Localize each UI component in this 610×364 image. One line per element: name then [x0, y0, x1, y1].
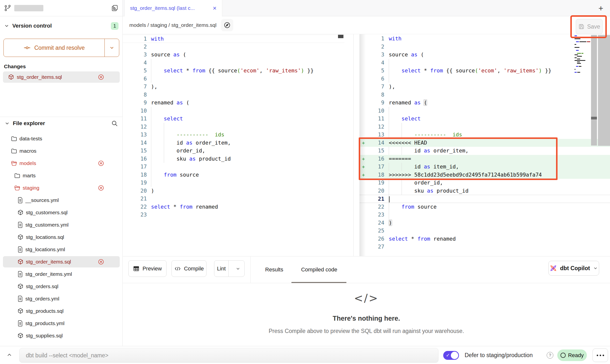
code-line-16[interactable]: 16 sku as product_id — [123, 155, 344, 163]
file-row-__sources.yml[interactable]: __sources.yml — [3, 195, 120, 206]
code-line-17[interactable]: +17 id as item_id, — [359, 163, 610, 171]
code-line-14[interactable]: 14 id as order_item, — [123, 139, 344, 147]
code-line-1[interactable]: 1with — [359, 35, 610, 43]
code-line-8[interactable]: 8 — [123, 91, 344, 99]
code-line-12[interactable]: 12 — [123, 123, 344, 131]
code-line-25[interactable]: 25 — [359, 227, 610, 235]
code-line-16[interactable]: +16======= — [359, 155, 610, 163]
file-row-stg_order_items.yml[interactable]: stg_order_items.yml — [3, 268, 120, 280]
code-line-6[interactable]: 6 — [123, 75, 344, 83]
code-line-13[interactable]: 13 ---------- ids — [359, 131, 610, 139]
code-line-22[interactable]: 22 from source — [359, 203, 610, 211]
discard-change-icon[interactable] — [98, 74, 104, 80]
code-line-15[interactable]: 15 id as order_item, — [359, 147, 610, 155]
file-row-stg_order_items.sql[interactable]: stg_order_items.sql — [3, 256, 120, 267]
file-row-stg_customers.sql[interactable]: stg_customers.sql — [3, 207, 120, 218]
code-line-7[interactable]: 7), — [359, 83, 610, 91]
code-line-18[interactable]: +18>>>>>>> 58c1dd23d5eebd9cd2495fa7124ab… — [359, 171, 610, 179]
file-explorer-header[interactable]: File explorer — [0, 117, 122, 130]
editor-scrollbar-thumb[interactable] — [591, 117, 597, 119]
tab-compiled-code[interactable]: Compiled code — [293, 256, 346, 283]
collapse-chevron-icon[interactable] — [6, 352, 13, 358]
minimap[interactable] — [574, 35, 591, 89]
code-line-10[interactable]: 10 — [359, 107, 610, 115]
discard-change-icon[interactable] — [98, 259, 104, 265]
code-line-21[interactable]: 21 — [123, 195, 344, 203]
tab-results[interactable]: Results — [263, 256, 285, 283]
more-options-button[interactable] — [593, 348, 608, 362]
editor-pane-right[interactable]: 1with23source as (45 select * from {{ so… — [359, 34, 610, 256]
code-line-17[interactable]: 17 — [123, 163, 344, 171]
code-line-4[interactable]: 4 — [123, 59, 344, 67]
file-row-models[interactable]: models — [3, 158, 120, 169]
code-line-21[interactable]: 21 — [359, 195, 610, 203]
code-line-26[interactable]: 26select * from renamed — [359, 235, 610, 243]
code-line-3[interactable]: 3source as ( — [359, 51, 610, 59]
file-row-stg_products.sql[interactable]: stg_products.sql — [3, 305, 120, 317]
file-row-stg_locations.sql[interactable]: stg_locations.sql — [3, 232, 120, 243]
code-line-9[interactable]: 9renamed as ( — [359, 99, 610, 107]
lint-label[interactable]: Lint — [214, 261, 229, 277]
code-line-6[interactable]: 6 — [359, 75, 610, 83]
code-line-11[interactable]: 11 select — [123, 115, 344, 123]
search-icon[interactable] — [111, 120, 118, 127]
copy-icon[interactable] — [111, 4, 119, 12]
tab-stg-order-items[interactable]: stg_order_items.sql (last c... × — [124, 0, 222, 16]
file-row-stg_orders.sql[interactable]: stg_orders.sql — [3, 281, 120, 292]
code-line-8[interactable]: 8 — [359, 91, 610, 99]
commit-options-caret[interactable] — [105, 39, 119, 57]
code-line-1[interactable]: 1with — [123, 35, 344, 43]
code-line-5[interactable]: 5 select * from {{ source('ecom', 'raw_i… — [123, 67, 344, 75]
save-button[interactable]: Save — [576, 19, 603, 34]
ready-status-badge[interactable]: Ready — [557, 349, 587, 361]
code-line-5[interactable]: 5 select * from {{ source('ecom', 'raw_i… — [359, 67, 610, 75]
command-input[interactable] — [19, 348, 439, 363]
code-line-19[interactable]: 19 order_id, — [359, 179, 610, 187]
changed-file-row[interactable]: stg_order_items.sql — [3, 71, 120, 83]
code-line-12[interactable]: 12 — [359, 123, 610, 131]
code-line-13[interactable]: 13 ---------- ids — [123, 131, 344, 139]
file-row-marts[interactable]: marts — [3, 170, 120, 181]
file-row-staging[interactable]: staging — [3, 182, 120, 194]
code-line-24[interactable]: 24) — [359, 219, 610, 227]
file-row-stg_products.yml[interactable]: stg_products.yml — [3, 318, 120, 329]
pane-divider[interactable] — [353, 34, 354, 256]
file-row-data-tests[interactable]: data-tests — [3, 133, 120, 144]
lint-button[interactable]: Lint — [214, 260, 245, 277]
code-line-20[interactable]: 20) — [123, 187, 344, 195]
commit-and-resolve-main[interactable]: Commit and resolve — [4, 39, 105, 57]
discard-change-icon[interactable] — [98, 160, 104, 166]
code-line-18[interactable]: 18 from source — [123, 171, 344, 179]
code-line-2[interactable]: 2 — [123, 43, 344, 51]
file-row-stg_orders.yml[interactable]: stg_orders.yml — [3, 293, 120, 304]
code-line-9[interactable]: 9renamed as ( — [123, 99, 344, 107]
code-line-15[interactable]: 15 order_id, — [123, 147, 344, 155]
dbt-copilot-button[interactable]: dbt Copilot — [548, 261, 599, 276]
commit-and-resolve-button[interactable]: Commit and resolve — [3, 39, 119, 57]
discard-change-icon[interactable] — [98, 185, 104, 191]
defer-toggle[interactable]: ✓ — [443, 351, 459, 360]
code-line-19[interactable]: 19 — [123, 179, 344, 187]
code-line-23[interactable]: 23 — [123, 211, 344, 219]
code-line-2[interactable]: 2 — [359, 43, 610, 51]
file-row-macros[interactable]: macros — [3, 145, 120, 157]
new-tab-button[interactable]: + — [596, 3, 606, 13]
code-line-4[interactable]: 4 — [359, 59, 610, 67]
code-line-23[interactable]: 23 — [359, 211, 610, 219]
file-row-stg_customers.yml[interactable]: stg_customers.yml — [3, 219, 120, 231]
code-line-27[interactable]: 27 — [359, 243, 610, 251]
file-row-stg_locations.yml[interactable]: stg_locations.yml — [3, 244, 120, 255]
close-icon[interactable]: × — [213, 5, 217, 11]
code-line-20[interactable]: 20 sku as product_id — [359, 187, 610, 195]
compile-button[interactable]: Compile — [171, 260, 206, 277]
window-scrollbar[interactable] — [598, 35, 610, 146]
file-row-stg_supplies.sql[interactable]: stg_supplies.sql — [3, 330, 120, 341]
lineage-compass-icon[interactable] — [221, 19, 233, 31]
code-line-22[interactable]: 22select * from renamed — [123, 203, 344, 211]
editor-scrollbar[interactable] — [591, 35, 597, 146]
code-line-11[interactable]: 11 select — [359, 115, 610, 123]
help-icon[interactable]: ? — [547, 352, 553, 359]
code-line-14[interactable]: +14<<<<<<< HEAD — [359, 139, 610, 147]
preview-button[interactable]: Preview — [128, 260, 167, 277]
code-line-10[interactable]: 10 — [123, 107, 344, 115]
